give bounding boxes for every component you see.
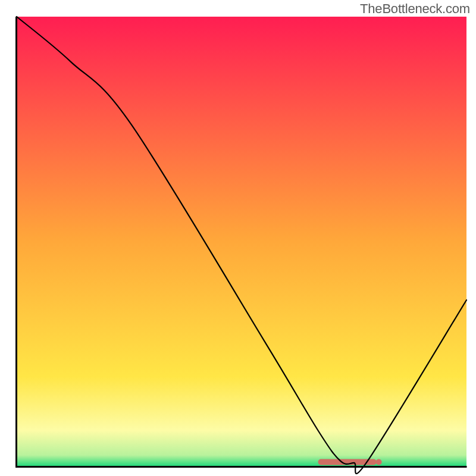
chart-container: { "watermark": "TheBottleneck.com", "cha… — [0, 0, 476, 476]
plot-background — [17, 17, 466, 466]
bottleneck-chart — [0, 0, 476, 476]
watermark-text: TheBottleneck.com — [360, 1, 470, 17]
marker-dot — [376, 459, 382, 465]
